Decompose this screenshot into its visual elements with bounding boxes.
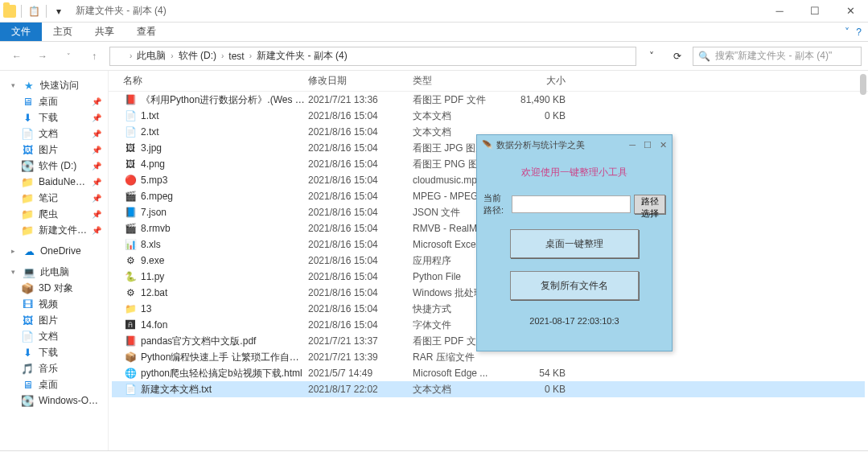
sidebar-this-pc[interactable]: ▾ 💻 此电脑 [0, 264, 108, 280]
sidebar-item[interactable]: 🖼图片 [0, 312, 108, 328]
file-type: 看图王 PDF 文件 [413, 93, 501, 107]
tab-share[interactable]: 共享 [84, 23, 125, 41]
sidebar-onedrive[interactable]: ▸ ☁ OneDrive [0, 243, 108, 259]
file-row[interactable]: 📄 新建文本文档.txt 2021/8/17 22:02 文本文档 0 KB [112, 381, 865, 397]
sidebar-item[interactable]: 📁BaiduNetdiskDo📌 [0, 174, 108, 190]
dialog-titlebar[interactable]: 🪶 数据分析与统计学之美 ─ ☐ ✕ [477, 135, 672, 154]
dialog-close[interactable]: ✕ [660, 140, 667, 150]
item-icon: 🎞 [21, 298, 34, 310]
dialog-minimize[interactable]: ─ [629, 140, 636, 150]
ribbon-collapse-icon[interactable]: ˅ [845, 27, 849, 38]
sidebar-item[interactable]: 💽Windows-OS (C [0, 392, 108, 409]
file-icon: 📄 [123, 109, 138, 122]
recent-dropdown[interactable]: ˅ [58, 46, 79, 67]
maximize-button[interactable]: ☐ [797, 0, 833, 23]
tab-file[interactable]: 文件 [0, 23, 42, 41]
folder-icon [3, 5, 16, 18]
pin-icon: 📌 [92, 162, 101, 171]
sidebar-item[interactable]: 📦3D 对象 [0, 280, 108, 296]
file-row[interactable]: 📄 1.txt 2021/8/16 15:04 文本文档 0 KB [112, 108, 865, 124]
sidebar-item[interactable]: ⬇下载 [0, 344, 108, 360]
timestamp-text: 2021-08-17 22:03:10:3 [529, 316, 619, 326]
minimize-button[interactable]: ─ [762, 0, 797, 23]
back-button[interactable]: ← [6, 46, 27, 67]
sidebar-item[interactable]: 💽软件 (D:)📌 [0, 158, 108, 174]
chevron-right-icon: › [130, 51, 132, 60]
desktop-organize-button[interactable]: 桌面一键整理 [510, 229, 639, 258]
file-date: 2021/8/16 15:04 [308, 319, 413, 331]
sidebar-item[interactable]: 🎞视频 [0, 296, 108, 312]
tab-home[interactable]: 主页 [42, 23, 84, 41]
sidebar-item[interactable]: 🖥桌面 [0, 376, 108, 392]
sidebar-item[interactable]: 🖼图片📌 [0, 142, 108, 158]
tab-view[interactable]: 查看 [125, 23, 167, 41]
forward-button[interactable]: → [32, 46, 53, 67]
sidebar: ▾ ★ 快速访问 🖥桌面📌⬇下载📌📄文档📌🖼图片📌💽软件 (D:)📌📁Baidu… [0, 71, 109, 450]
file-row[interactable]: 📦 Python编程快速上手 让繁琐工作自动化... 2021/7/21 13:… [112, 349, 865, 365]
sidebar-item[interactable]: 🎵音乐 [0, 360, 108, 376]
file-icon: 🎬 [123, 222, 138, 235]
dialog-maximize[interactable]: ☐ [644, 140, 652, 150]
sidebar-item[interactable]: 📁新建文件夹 - 副📌 [0, 222, 108, 238]
col-date[interactable]: 修改日期 [308, 74, 413, 88]
breadcrumb-item[interactable]: 新建文件夹 - 副本 (4) [255, 49, 349, 63]
sidebar-item[interactable]: 🖥桌面📌 [0, 93, 108, 109]
file-type: 文本文档 [413, 109, 501, 123]
breadcrumb-item[interactable]: test [227, 51, 245, 62]
file-icon: ⚙ [123, 254, 138, 267]
item-icon: 💽 [21, 394, 34, 407]
address-dropdown[interactable]: ˅ [641, 46, 662, 67]
search-icon: 🔍 [698, 51, 710, 62]
col-size[interactable]: 大小 [501, 74, 566, 88]
close-button[interactable]: ✕ [833, 0, 868, 23]
item-icon: 📄 [21, 127, 34, 140]
file-name: 7.json [141, 207, 308, 218]
sidebar-item[interactable]: 📁爬虫📌 [0, 206, 108, 222]
up-button[interactable]: ↑ [84, 46, 105, 67]
path-choose-button[interactable]: 路径选择 [634, 195, 665, 214]
col-type[interactable]: 类型 [413, 74, 501, 88]
item-icon: 🖥 [21, 378, 34, 391]
file-name: 2.txt [141, 126, 308, 138]
file-size: 54 KB [501, 368, 566, 379]
file-date: 2021/8/16 15:04 [308, 175, 413, 186]
file-date: 2021/8/17 22:02 [308, 384, 413, 395]
breadcrumb-item[interactable]: 软件 (D:) [177, 49, 218, 63]
sidebar-item[interactable]: 📄文档 [0, 328, 108, 344]
refresh-button[interactable]: ⟳ [667, 46, 688, 67]
file-date: 2021/8/16 15:04 [308, 303, 413, 314]
chevron-right-icon: › [171, 51, 173, 60]
file-icon: 📕 [123, 93, 138, 106]
file-name: 3.jpg [141, 142, 308, 154]
sidebar-quick-access[interactable]: ▾ ★ 快速访问 [0, 77, 108, 93]
file-icon: ⚙ [123, 286, 138, 299]
copy-filenames-button[interactable]: 复制所有文件名 [510, 271, 639, 300]
item-icon: 🎵 [21, 362, 34, 375]
file-type: 文本文档 [413, 383, 501, 397]
scrollbar[interactable] [860, 74, 866, 95]
qa-save-icon[interactable]: 📋 [27, 4, 41, 18]
col-name[interactable]: 名称 [123, 74, 308, 88]
file-date: 2021/8/16 15:04 [308, 207, 413, 218]
help-icon[interactable]: ? [856, 27, 862, 38]
file-name: 12.bat [141, 287, 308, 298]
path-input[interactable] [512, 195, 631, 213]
file-row[interactable]: 📕 《利用Python进行数据分析》.(Wes Mc... 2021/7/21 … [112, 92, 865, 108]
file-icon: 🐍 [123, 270, 138, 283]
file-type: RAR 压缩文件 [413, 351, 501, 364]
file-name: 8.rmvb [141, 223, 308, 234]
caret-icon: ▾ [11, 81, 18, 89]
sidebar-item[interactable]: ⬇下载📌 [0, 109, 108, 125]
sidebar-item[interactable]: 📄文档📌 [0, 125, 108, 142]
sidebar-item[interactable]: 📁笔记📌 [0, 190, 108, 206]
qa-view-icon[interactable]: ▾ [51, 4, 66, 18]
item-icon: 📁 [21, 224, 34, 236]
file-name: 6.mpeg [141, 191, 308, 202]
search-input[interactable]: 🔍 搜索"新建文件夹 - 副本 (4)" [693, 47, 862, 66]
pin-icon: 📌 [92, 178, 101, 187]
breadcrumb-item[interactable]: 此电脑 [135, 49, 167, 63]
tool-dialog[interactable]: 🪶 数据分析与统计学之美 ─ ☐ ✕ 欢迎使用一键整理小工具 当前路径: 路径选… [476, 134, 673, 351]
file-date: 2021/8/16 15:04 [308, 271, 413, 282]
file-row[interactable]: 🌐 python爬虫轻松搞定b站视频下载.html 2021/5/7 14:49… [112, 365, 865, 381]
address-bar[interactable]: › 此电脑 › 软件 (D:) › test › 新建文件夹 - 副本 (4) [109, 47, 636, 66]
